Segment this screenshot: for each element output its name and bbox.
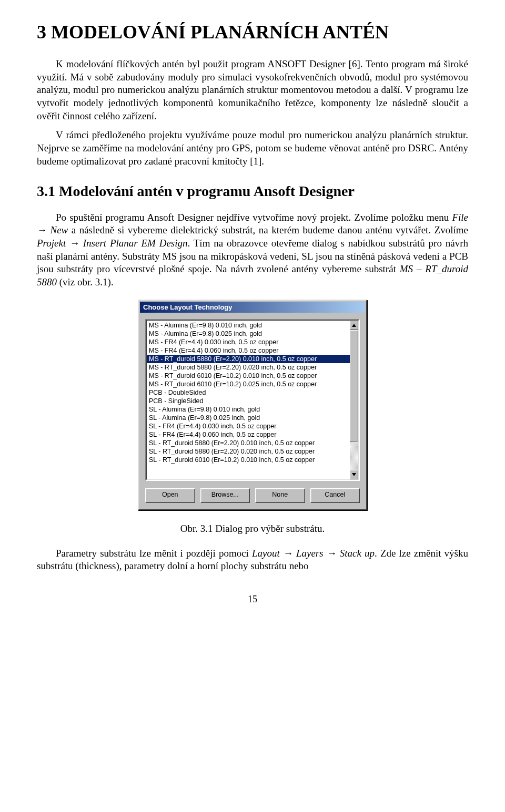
chevron-down-icon [352,473,356,476]
list-item[interactable]: MS - RT_duroid 6010 (Er=10.2) 0.025 inch… [147,380,350,388]
list-item[interactable]: SL - RT_duroid 6010 (Er=10.2) 0.010 inch… [147,456,350,464]
list-item[interactable]: MS - Alumina (Er=9.8) 0.010 inch, gold [147,321,350,330]
list-item[interactable]: MS - RT_duroid 5880 (Er=2.20) 0.010 inch… [147,355,350,363]
list-item[interactable]: SL - FR4 (Er=4.4) 0.060 inch, 0.5 oz cop… [147,430,350,439]
menu-path: Layout → Layers → Stack up [252,548,375,559]
svg-marker-0 [352,324,356,327]
list-item[interactable]: MS - RT_duroid 5880 (Er=2.20) 0.020 inch… [147,363,350,372]
figure-caption: Obr. 3.1 Dialog pro výběr substrátu. [37,523,468,535]
menu-path: Projekt → Insert Planar EM Design [37,238,188,249]
substrate-listbox[interactable]: MS - Alumina (Er=9.8) 0.010 inch, goldMS… [145,319,360,481]
scroll-thumb[interactable] [350,330,358,441]
dialog-screenshot: Choose Layout Technology MS - Alumina (E… [37,300,468,510]
scroll-up-button[interactable] [350,321,358,330]
paragraph-4: Parametry substrátu lze měnit i později … [37,547,468,573]
section-heading: 3.1 Modelování antén v programu Ansoft D… [37,183,468,200]
chapter-heading: 3 MODELOVÁNÍ PLANÁRNÍCH ANTÉN [37,21,468,43]
list-item[interactable]: MS - Alumina (Er=9.8) 0.025 inch, gold [147,330,350,338]
list-item[interactable]: PCB - SingleSided [147,397,350,405]
list-item[interactable]: SL - Alumina (Er=9.8) 0.025 inch, gold [147,414,350,422]
list-item[interactable]: MS - FR4 (Er=4.4) 0.030 inch, 0.5 oz cop… [147,338,350,346]
scrollbar[interactable] [350,321,358,479]
dialog-button-row: Open Browse... None Cancel [140,485,365,508]
choose-layout-technology-dialog: Choose Layout Technology MS - Alumina (E… [138,300,367,510]
cancel-button[interactable]: Cancel [310,488,360,503]
text-run: Parametry substrátu lze měnit i později … [56,548,252,559]
paragraph-2: V rámci předloženého projektu využíváme … [37,129,468,168]
scroll-track[interactable] [350,330,358,470]
list-item[interactable]: SL - Alumina (Er=9.8) 0.010 inch, gold [147,405,350,414]
none-button[interactable]: None [255,488,305,503]
text-run: (viz obr. 3.1). [57,276,114,287]
scroll-down-button[interactable] [350,470,358,479]
list-item[interactable]: MS - RT_duroid 6010 (Er=10.2) 0.010 inch… [147,372,350,380]
list-item[interactable]: SL - RT_duroid 5880 (Er=2.20) 0.020 inch… [147,447,350,456]
list-item[interactable]: PCB - DoubleSided [147,388,350,397]
list-item[interactable]: SL - FR4 (Er=4.4) 0.030 inch, 0.5 oz cop… [147,422,350,430]
text-run: a následně si vybereme dielektrický subs… [68,224,468,235]
chevron-up-icon [352,324,356,327]
text-run: Po spuštění programu Ansoft Designer nej… [56,212,452,223]
page-number: 15 [37,594,468,605]
paragraph-3: Po spuštění programu Ansoft Designer nej… [37,211,468,289]
dialog-titlebar: Choose Layout Technology [140,302,365,313]
svg-marker-1 [352,473,356,476]
list-item[interactable]: SL - RT_duroid 5880 (Er=2.20) 0.010 inch… [147,439,350,447]
browse-button[interactable]: Browse... [200,488,250,503]
paragraph-1: K modelování flíčkových antén byl použit… [37,58,468,122]
open-button[interactable]: Open [145,488,195,503]
list-item[interactable]: MS - FR4 (Er=4.4) 0.060 inch, 0.5 oz cop… [147,346,350,355]
